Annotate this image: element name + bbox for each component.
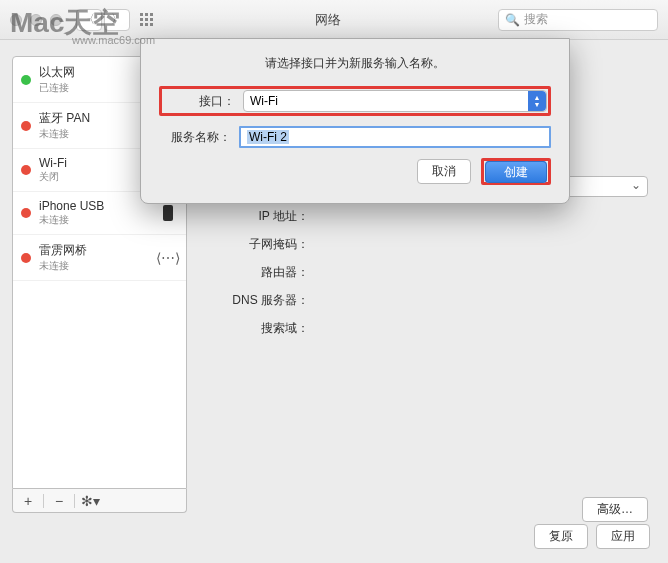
svg-rect-0 xyxy=(140,13,143,16)
ip-address-label: IP 地址： xyxy=(205,208,317,225)
interface-select[interactable]: Wi-Fi ▲▼ xyxy=(243,90,547,112)
back-button[interactable]: 〈 xyxy=(76,9,102,31)
dns-label: DNS 服务器： xyxy=(205,292,317,309)
service-name-value: Wi-Fi 2 xyxy=(247,130,289,144)
status-dot-icon xyxy=(21,253,31,263)
search-icon: 🔍 xyxy=(505,13,520,27)
interface-label: 接口： xyxy=(163,93,243,110)
advanced-button[interactable]: 高级… xyxy=(582,497,648,522)
service-status: 未连接 xyxy=(39,259,158,273)
service-name: 雷雳网桥 xyxy=(39,242,158,259)
dialog-message: 请选择接口并为新服务输入名称。 xyxy=(159,55,551,72)
search-input[interactable]: 🔍 搜索 xyxy=(498,9,658,31)
search-placeholder: 搜索 xyxy=(524,11,548,28)
svg-rect-3 xyxy=(140,18,143,21)
interface-value: Wi-Fi xyxy=(250,94,278,108)
new-service-dialog: 请选择接口并为新服务输入名称。 接口： Wi-Fi ▲▼ 服务名称： Wi-Fi… xyxy=(140,38,570,204)
add-service-button[interactable]: + xyxy=(17,492,39,510)
service-name-input[interactable]: Wi-Fi 2 xyxy=(239,126,551,148)
gear-menu-button[interactable]: ✻▾ xyxy=(79,492,101,510)
window-titlebar: 〈 〉 网络 🔍 搜索 xyxy=(0,0,668,40)
apply-button[interactable]: 应用 xyxy=(596,524,650,549)
service-name-label: 服务名称： xyxy=(159,129,239,146)
svg-rect-8 xyxy=(150,23,153,26)
search-domain-label: 搜索域： xyxy=(205,320,317,337)
svg-rect-2 xyxy=(150,13,153,16)
close-icon[interactable] xyxy=(10,14,22,26)
service-status: 未连接 xyxy=(39,213,158,227)
traffic-lights xyxy=(10,14,62,26)
svg-rect-7 xyxy=(145,23,148,26)
separator xyxy=(74,494,75,508)
forward-button[interactable]: 〉 xyxy=(104,9,130,31)
minimize-icon[interactable] xyxy=(30,14,42,26)
window-title: 网络 xyxy=(158,11,498,29)
revert-button[interactable]: 复原 xyxy=(534,524,588,549)
svg-rect-6 xyxy=(140,23,143,26)
highlight-create-button: 创建 xyxy=(481,158,551,185)
create-button[interactable]: 创建 xyxy=(485,161,547,183)
phone-icon xyxy=(158,205,178,221)
svg-rect-5 xyxy=(150,18,153,21)
zoom-icon[interactable] xyxy=(50,14,62,26)
select-arrows-icon: ▲▼ xyxy=(528,91,546,111)
thunderbolt-icon: ⟨⋯⟩ xyxy=(158,250,178,266)
separator xyxy=(43,494,44,508)
sidebar-toolbar: + − ✻▾ xyxy=(12,489,187,513)
svg-rect-10 xyxy=(163,205,173,221)
cancel-button[interactable]: 取消 xyxy=(417,159,471,184)
highlight-interface-row: 接口： Wi-Fi ▲▼ xyxy=(159,86,551,116)
show-all-icon[interactable] xyxy=(136,9,158,31)
svg-rect-1 xyxy=(145,13,148,16)
status-dot-icon xyxy=(21,121,31,131)
status-dot-icon xyxy=(21,165,31,175)
sidebar-item-thunderbolt-bridge[interactable]: 雷雳网桥 未连接 ⟨⋯⟩ xyxy=(13,235,186,281)
footer-actions: 复原 应用 xyxy=(534,524,650,549)
service-name: iPhone USB xyxy=(39,199,158,213)
status-dot-icon xyxy=(21,75,31,85)
remove-service-button[interactable]: − xyxy=(48,492,70,510)
subnet-mask-label: 子网掩码： xyxy=(205,236,317,253)
router-label: 路由器： xyxy=(205,264,317,281)
svg-rect-4 xyxy=(145,18,148,21)
status-dot-icon xyxy=(21,208,31,218)
